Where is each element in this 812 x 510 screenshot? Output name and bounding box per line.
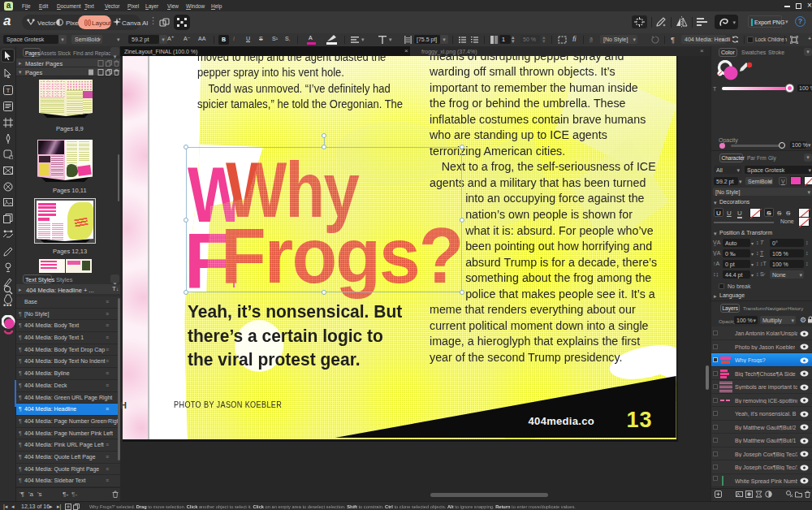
svg-text:T: T <box>6 87 11 94</box>
